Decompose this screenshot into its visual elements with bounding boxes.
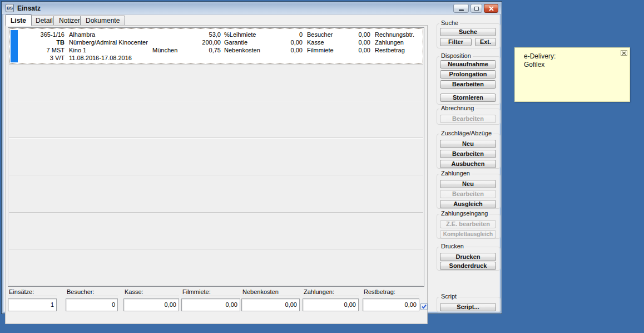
kasse-label: Kasse: [307, 39, 324, 46]
restbetrag-value: 0,00: [337, 47, 370, 54]
restbetrag-checkbox[interactable]: [420, 303, 428, 310]
group-zuschlaege-title: Zuschläge/Abzüge: [439, 130, 493, 136]
group-abrechnung: Abrechnung Bearbeiten: [437, 109, 501, 125]
record-mst: 7 MST: [19, 47, 65, 54]
note-line1: e-Delivery:: [524, 52, 556, 60]
einsatz-list: 365-1/16 Alhambra 53,0 %Leihmiete 0 Besu…: [8, 27, 424, 287]
record-saal: Kino 1: [69, 47, 86, 54]
close-icon: [489, 6, 494, 11]
window-title: Einsatz: [17, 4, 41, 12]
minimize-icon: [459, 9, 464, 11]
filter-button[interactable]: Filter: [440, 38, 472, 46]
zahlungen-neu-button[interactable]: Neu: [440, 180, 496, 188]
suche-button[interactable]: Suche: [440, 28, 496, 36]
kasse-total-label: Kasse:: [125, 288, 143, 296]
restore-button[interactable]: [470, 4, 482, 13]
group-zahlungen-title: Zahlungen: [439, 170, 472, 177]
tab-dokumente[interactable]: Dokumente: [80, 16, 125, 26]
client-area: Liste Detail Notizen Dokumente 365-1/16 …: [4, 14, 499, 311]
list-empty-row: [9, 101, 423, 138]
ze-bearbeiten-button: Z.E. bearbeiten: [440, 220, 496, 228]
nebenkosten-value: 0,75: [170, 47, 221, 54]
list-row-selected[interactable]: 365-1/16 Alhambra 53,0 %Leihmiete 0 Besu…: [9, 28, 423, 64]
e-delivery-note: e-Delivery: Gofilex: [514, 47, 630, 102]
leihmiete-label: %Leihmiete: [224, 31, 256, 38]
komplettausgleich-button: Komplettausgleich: [440, 230, 496, 238]
zuschlaege-bearbeiten-button[interactable]: Bearbeiten: [440, 150, 496, 158]
titlebar[interactable]: BS Einsatz: [2, 2, 501, 14]
record-film: Alhambra: [69, 31, 95, 38]
zuschlaege-neu-button[interactable]: Neu: [440, 140, 496, 148]
record-tb: TB: [19, 39, 65, 46]
ausgleich-button[interactable]: Ausgleich: [440, 200, 496, 208]
list-empty-row: [9, 286, 423, 287]
group-disposition-title: Disposition: [439, 52, 473, 59]
rechnungsbtr-value: 0,00: [337, 31, 370, 38]
group-abrechnung-title: Abrechnung: [439, 105, 475, 111]
group-disposition: Disposition Neuaufnahme Prolongation Bea…: [437, 56, 501, 105]
filmmiete-total-value: 0,00: [181, 298, 240, 311]
kasse-total-value: 0,00: [123, 298, 179, 311]
list-empty-row: [9, 249, 423, 286]
group-suche-title: Suche: [439, 19, 460, 26]
group-zuschlaege: Zuschläge/Abzüge Neu Bearbeiten Ausbuche…: [437, 134, 501, 169]
app-icon: BS: [6, 4, 14, 12]
disposition-bearbeiten-button[interactable]: Bearbeiten: [440, 80, 496, 89]
record-id: 365-1/16: [19, 31, 65, 38]
group-suche: Suche Suche Filter Ext.: [437, 23, 501, 48]
note-close-icon: [622, 51, 626, 55]
prolongation-button[interactable]: Prolongation: [440, 70, 496, 79]
group-zahlungen: Zahlungen Neu Bearbeiten Ausgleich: [437, 174, 501, 209]
garantie-value: 200,00: [170, 39, 221, 46]
besucher-total-value: 0: [66, 298, 118, 311]
sonderdruck-button[interactable]: Sonderdruck: [440, 262, 496, 270]
abrechnung-bearbeiten-button: Bearbeiten: [440, 115, 496, 123]
record-vt: 3 V/T: [19, 55, 65, 62]
nebenkosten-total-label: Nebenkosten: [242, 288, 279, 296]
restbetrag-total-label: Restbetrag:: [364, 288, 395, 296]
rechnungsbtr-label: Rechnungsbtr.: [375, 31, 414, 38]
restore-icon: [474, 7, 479, 11]
group-drucken-title: Drucken: [439, 243, 465, 249]
liste-tab-panel: 365-1/16 Alhambra 53,0 %Leihmiete 0 Besu…: [5, 25, 428, 324]
group-zahlungseingang-title: Zahlungseingang: [439, 210, 489, 217]
restbetrag-label: Restbetrag: [375, 47, 405, 54]
group-script: Script Script...: [437, 297, 501, 312]
zahlungen-label: Zahlungen: [375, 39, 404, 46]
drucken-button[interactable]: Drucken: [440, 253, 496, 261]
list-empty-row: [9, 175, 423, 212]
zahlungen-bearbeiten-button: Bearbeiten: [440, 190, 496, 198]
filmmiete-value: 0,00: [265, 47, 303, 54]
stornieren-button[interactable]: Stornieren: [440, 94, 496, 102]
tab-liste[interactable]: Liste: [5, 14, 32, 26]
checkbox-check-icon: [422, 304, 427, 309]
script-button[interactable]: Script...: [440, 303, 496, 311]
selection-bar: [11, 30, 18, 62]
filmmiete-label: Filmmiete: [307, 47, 334, 54]
restbetrag-total-value: 0,00: [363, 298, 419, 311]
ext-button[interactable]: Ext.: [475, 38, 496, 46]
zahlungen-total-label: Zahlungen:: [304, 288, 334, 296]
einsaetze-total-label: Einsätze:: [9, 288, 34, 296]
group-drucken: Drucken Drucken Sonderdruck: [437, 247, 501, 271]
einsaetze-total-value: 1: [8, 298, 57, 311]
neuaufnahme-button[interactable]: Neuaufnahme: [440, 60, 496, 68]
nebenkosten-total-value: 0,00: [241, 298, 300, 311]
besucher-value: 0: [265, 31, 303, 38]
list-empty-row: [9, 138, 423, 174]
group-script-title: Script: [439, 293, 458, 300]
leihmiete-value: 53,0: [170, 31, 221, 38]
list-empty-row: [9, 212, 423, 249]
note-close-button[interactable]: [621, 50, 627, 56]
besucher-label: Besucher: [307, 31, 333, 38]
nebenkosten-label: Nebenkosten: [224, 47, 260, 54]
filmmiete-total-label: Filmmiete:: [182, 288, 211, 296]
record-kino: Nürnberg/Admiral Kinocenter: [69, 39, 148, 46]
zahlungen-value: 0,00: [337, 39, 370, 46]
ausbuchen-button[interactable]: Ausbuchen: [440, 160, 496, 168]
close-button[interactable]: [484, 4, 498, 13]
record-zeitraum: 11.08.2016-17.08.2016: [69, 55, 132, 62]
minimize-button[interactable]: [453, 4, 469, 13]
besucher-total-label: Besucher:: [67, 288, 95, 296]
garantie-label: Garantie: [224, 39, 247, 46]
